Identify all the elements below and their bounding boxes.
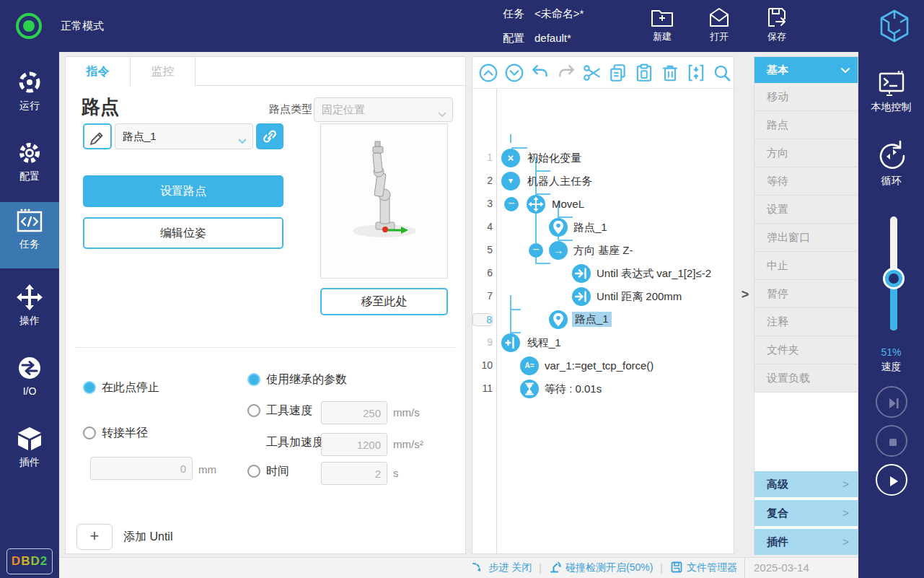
copy-icon[interactable] [608, 63, 628, 83]
tree-row-main-task[interactable]: 2 ▼ 机器人主任务 [472, 170, 734, 193]
time-radio[interactable] [247, 465, 260, 478]
waypoint-type-select[interactable]: 固定位置 [314, 97, 453, 122]
tab-monitor[interactable]: 监控 [131, 57, 195, 86]
cut-icon[interactable] [582, 63, 602, 83]
program-tree-panel: 1 × 初始化变量 2 ▼ 机器人主任务 3 − MoveL 4 路点_1 5 … [472, 56, 734, 554]
time-input[interactable] [321, 462, 387, 485]
stop-here-label: 在此点停止 [102, 380, 159, 395]
step-mode-status[interactable]: 步进 关闭 [472, 561, 532, 576]
robot-teach-pendant: 正常模式 任务<未命名>* 配置default* 新建 打开 保存 运行 [0, 0, 924, 578]
step-next-button[interactable] [876, 386, 907, 418]
tree-row-init-variables[interactable]: 1 × 初始化变量 [472, 146, 734, 170]
move-up-icon[interactable] [478, 63, 498, 83]
merge-icon[interactable] [686, 63, 706, 83]
command-group-advanced[interactable]: 高级> [754, 471, 858, 497]
sidebar-plugin-label: 插件 [0, 456, 59, 469]
tree-row-until-expression[interactable]: 6 Until 表达式 var_1[2]≤-2 [472, 262, 734, 285]
command-item-pause[interactable]: 暂停 [754, 280, 858, 308]
speed-slider-handle[interactable] [885, 270, 902, 287]
undo-icon[interactable] [530, 63, 550, 83]
move-here-button[interactable]: 移至此处 [320, 288, 448, 315]
file-manager-status[interactable]: 文件管理器 [670, 561, 737, 576]
gear-icon [0, 139, 59, 167]
tree-row-label: 路点_1 [573, 221, 607, 235]
line-number: 1 [472, 152, 493, 163]
tree-row-waypoint-1-selected[interactable]: 8 路点_1 [472, 308, 734, 331]
tree-row-label-selected: 路点_1 [572, 312, 612, 327]
command-item-move[interactable]: 移动 [754, 83, 858, 111]
play-button[interactable] [876, 464, 907, 496]
waypoint-icon [549, 218, 568, 237]
tree-toolbar [472, 57, 734, 89]
save-task-button[interactable]: 保存 [754, 6, 800, 43]
badge-letter: D [30, 554, 40, 568]
command-item-abort[interactable]: 中止 [754, 252, 858, 280]
command-item-payload[interactable]: 设置负载 [754, 364, 858, 393]
sidebar-item-run[interactable]: 运行 [0, 64, 59, 130]
rename-waypoint-button[interactable] [83, 123, 112, 149]
sidebar: 运行 配置 任务 操作 I/O 插件 DBD2 [0, 52, 59, 578]
sidebar-item-operate[interactable]: 操作 [0, 279, 59, 345]
collision-detect-status[interactable]: 碰撞检测开启(50%) [549, 561, 653, 576]
delete-icon[interactable] [660, 63, 680, 83]
tree-row-until-distance[interactable]: 7 Until 距离 200mm [472, 285, 734, 308]
sidebar-item-io[interactable]: I/O [0, 349, 59, 416]
tab-command[interactable]: 指令 [66, 57, 131, 86]
link-waypoint-button[interactable] [256, 123, 283, 149]
line-number: 4 [472, 221, 493, 232]
tool-speed-label: 工具速度 [266, 403, 312, 419]
command-item-popup[interactable]: 弹出窗口 [754, 224, 858, 252]
blend-radius-input[interactable] [90, 457, 193, 480]
edit-pose-button[interactable]: 编辑位姿 [83, 217, 283, 249]
command-group-basic[interactable]: 基本 [754, 57, 858, 83]
tree-row-movel[interactable]: 3 − MoveL [472, 193, 734, 216]
command-item-folder[interactable]: 文件夹 [754, 336, 858, 364]
move-down-icon[interactable] [504, 63, 524, 83]
sidebar-item-plugin[interactable]: 插件 [0, 420, 59, 486]
panel-expander-chevron[interactable]: > [737, 287, 753, 307]
collapse-minus-icon[interactable]: − [504, 197, 519, 211]
tool-acc-unit: mm/s² [393, 438, 423, 450]
sidebar-item-config[interactable]: 配置 [0, 134, 59, 201]
tree-row-thread-1[interactable]: 9 线程_1 [472, 331, 734, 354]
command-item-direction[interactable]: 方向 [754, 139, 858, 167]
robot-id-badge[interactable]: DBD2 [6, 548, 53, 574]
tree-row-waypoint-1[interactable]: 4 路点_1 [472, 216, 734, 239]
tree-row-wait[interactable]: 11 等待 : 0.01s [472, 377, 734, 400]
waypoint-name-select[interactable]: 路点_1 [115, 123, 253, 149]
command-group-composite[interactable]: 复合> [754, 500, 858, 526]
add-until-button[interactable]: + [76, 524, 113, 550]
stop-button[interactable] [876, 425, 907, 457]
sidebar-run-label: 运行 [0, 100, 59, 113]
tool-speed-radio[interactable] [247, 404, 260, 417]
separator: | [660, 562, 663, 574]
task-value: <未命名>* [534, 7, 584, 19]
sidebar-item-task[interactable]: 任务 [0, 202, 59, 268]
tool-speed-input[interactable] [321, 401, 387, 424]
search-icon[interactable] [712, 63, 732, 83]
blend-radius-radio[interactable] [83, 426, 96, 439]
tree-row-direction[interactable]: 5 − → 方向 基座 Z- [472, 239, 734, 262]
paste-icon[interactable] [634, 63, 654, 83]
collapse-minus-icon[interactable]: − [529, 243, 543, 258]
loop-button[interactable]: 循环 [858, 137, 924, 188]
task-label: 任务 [503, 7, 524, 19]
command-item-comment[interactable]: 注释 [754, 308, 858, 336]
redo-icon[interactable] [556, 63, 576, 83]
command-item-wait[interactable]: 等待 [754, 167, 858, 196]
stop-here-radio[interactable] [83, 381, 96, 394]
set-waypoint-button[interactable]: 设置路点 [83, 175, 283, 207]
inherit-params-radio[interactable] [247, 373, 260, 386]
rightbar: 本地控制 循环 51% 速度 [858, 52, 924, 578]
speed-slider[interactable] [890, 216, 897, 330]
command-group-plugin[interactable]: 插件> [754, 529, 858, 555]
line-number: 6 [472, 267, 493, 279]
new-task-button[interactable]: 新建 [639, 6, 685, 43]
open-task-button[interactable]: 打开 [696, 6, 742, 43]
command-item-waypoint[interactable]: 路点 [754, 111, 858, 139]
command-item-set[interactable]: 设置 [754, 196, 858, 224]
tree-row-assignment[interactable]: 10 A= var_1:=get_tcp_force() [472, 354, 734, 377]
tool-acc-label: 工具加速度 [266, 435, 324, 450]
local-control-button[interactable]: 本地控制 [858, 69, 924, 114]
tool-acc-input[interactable] [321, 433, 387, 456]
